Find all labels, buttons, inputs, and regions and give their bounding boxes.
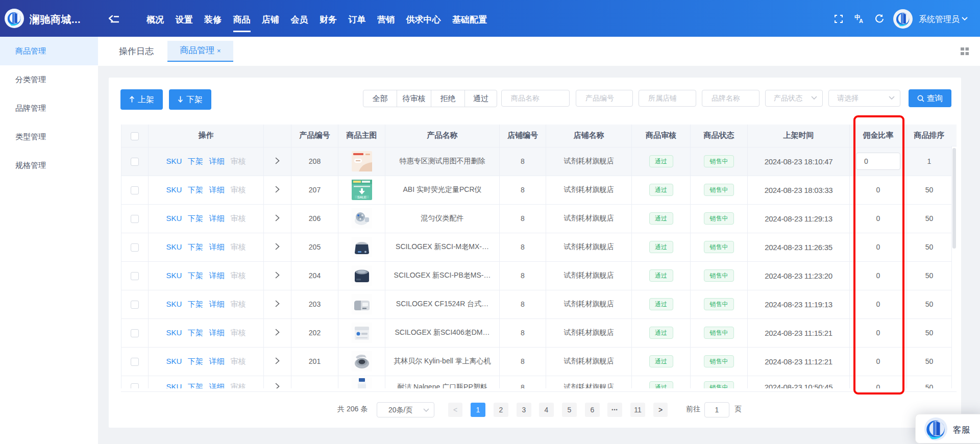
svg-text:SALE: SALE (357, 195, 366, 199)
